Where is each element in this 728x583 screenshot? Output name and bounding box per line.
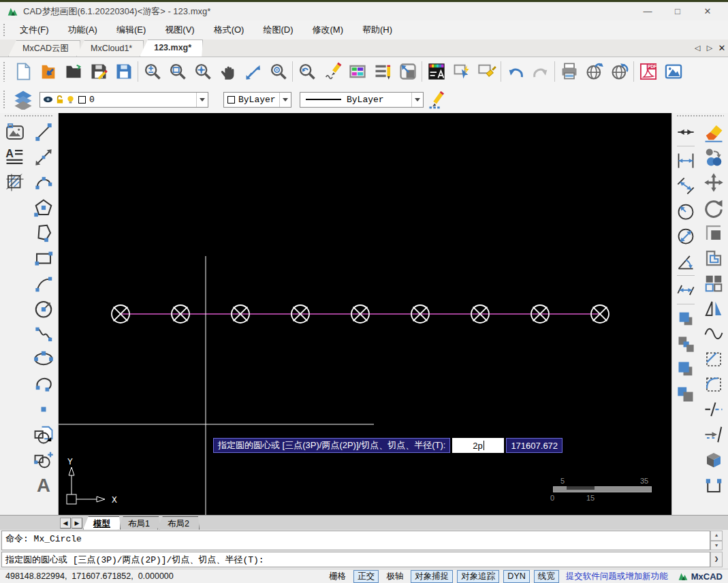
- zoom-center-icon[interactable]: [266, 59, 291, 84]
- command-scrollbar[interactable]: ▲ ▼: [710, 531, 723, 550]
- print-icon[interactable]: [556, 59, 582, 84]
- draw-order-front-icon[interactable]: [674, 306, 698, 331]
- edit-pencil-icon[interactable]: [319, 59, 345, 84]
- text-icon[interactable]: A: [31, 472, 56, 497]
- draw-order-below-icon[interactable]: [674, 381, 698, 407]
- dim-angular-icon[interactable]: [674, 249, 698, 274]
- mirror-icon[interactable]: [701, 296, 726, 321]
- insert-image-icon[interactable]: [661, 59, 686, 84]
- color-select[interactable]: ByLayer: [223, 92, 291, 108]
- chamfer-icon[interactable]: [701, 346, 726, 371]
- zoom-extents-icon[interactable]: [190, 59, 215, 84]
- open-file-icon[interactable]: [61, 59, 86, 84]
- erase-icon[interactable]: [701, 119, 726, 144]
- rectangle-icon[interactable]: [31, 245, 56, 270]
- redo-icon[interactable]: [528, 59, 553, 84]
- menu-draw[interactable]: 绘图(D): [253, 24, 302, 36]
- tab-mxcloud1[interactable]: MxCloud1*: [76, 40, 144, 57]
- break-at-point-icon[interactable]: [674, 119, 698, 144]
- scroll-down-icon[interactable]: ▼: [710, 541, 723, 551]
- layout-scroll-left-icon[interactable]: ◀: [60, 518, 71, 529]
- toggle-ortho[interactable]: 正交: [353, 570, 379, 583]
- tab-mxcad-cloud[interactable]: MxCAD云图: [8, 40, 80, 57]
- stretch-icon[interactable]: [701, 472, 726, 497]
- line-icon[interactable]: [31, 119, 56, 144]
- color-palette-icon[interactable]: [345, 59, 370, 84]
- minimize-button[interactable]: —: [633, 2, 663, 20]
- rotate-icon[interactable]: [701, 195, 726, 220]
- tab-layout2[interactable]: 布局2: [157, 516, 200, 530]
- move-icon[interactable]: [701, 170, 726, 195]
- menu-view[interactable]: 视图(V): [155, 24, 204, 36]
- feedback-link[interactable]: 提交软件问题或增加新功能: [566, 571, 668, 582]
- toggle-dyn[interactable]: DYN: [503, 570, 529, 583]
- image-icon[interactable]: [3, 119, 27, 144]
- tab-layout1[interactable]: 布局1: [118, 516, 160, 530]
- dropdown-arrow-icon[interactable]: [411, 93, 423, 107]
- close-button[interactable]: ✕: [693, 2, 723, 20]
- pan-hand-icon[interactable]: [215, 59, 240, 84]
- block-icon[interactable]: [31, 422, 56, 447]
- dynamic-input-field[interactable]: 2p: [452, 438, 504, 453]
- dropdown-arrow-icon[interactable]: [279, 93, 291, 107]
- explode-icon[interactable]: [701, 447, 726, 472]
- offset-icon[interactable]: [701, 245, 726, 270]
- text-style-icon[interactable]: [424, 59, 449, 84]
- match-properties-icon[interactable]: [474, 59, 499, 84]
- view-axes-icon[interactable]: [240, 59, 266, 84]
- web-publish-icon[interactable]: [582, 59, 607, 84]
- zoom-previous-icon[interactable]: [294, 59, 319, 84]
- fillet-icon[interactable]: [701, 371, 726, 396]
- undo-icon[interactable]: [503, 59, 528, 84]
- break-icon[interactable]: [701, 396, 726, 422]
- ellipse-icon[interactable]: [31, 346, 56, 371]
- dim-diameter-icon[interactable]: [674, 223, 698, 249]
- save-as-icon[interactable]: [111, 59, 136, 84]
- dropdown-arrow-icon[interactable]: [196, 93, 208, 107]
- array-icon[interactable]: [701, 270, 726, 296]
- tab-close-icon[interactable]: ✕: [716, 43, 728, 53]
- menu-format[interactable]: 格式(O): [204, 24, 254, 36]
- polygon-icon[interactable]: [31, 195, 56, 220]
- new-file-icon[interactable]: [10, 59, 35, 84]
- dim-linear-icon[interactable]: [674, 148, 698, 173]
- menu-modify[interactable]: 修改(M): [302, 24, 353, 36]
- command-expand-icon[interactable]: ❯: [710, 552, 723, 567]
- arc-3pt-icon[interactable]: [31, 270, 56, 296]
- command-history[interactable]: 命令: Mx_Circle: [1, 531, 710, 550]
- xline-icon[interactable]: [31, 144, 56, 170]
- draw-settings-pencil-icon[interactable]: [424, 86, 449, 112]
- open-cloud-icon[interactable]: [35, 59, 61, 84]
- insert-block-icon[interactable]: [31, 447, 56, 472]
- polygon2-icon[interactable]: [31, 220, 56, 245]
- command-input[interactable]: 指定圆的圆心或 [三点(3P)/两点(2P)]/切点、切点、半径(T):: [1, 552, 710, 567]
- dim-radius-icon[interactable]: [674, 198, 698, 223]
- menu-edit[interactable]: 编辑(E): [107, 24, 155, 36]
- layers-icon[interactable]: [10, 86, 35, 112]
- copy-icon[interactable]: [701, 144, 726, 170]
- menu-help[interactable]: 帮助(H): [353, 24, 402, 36]
- zoom-window-icon[interactable]: [165, 59, 190, 84]
- arc-icon[interactable]: [31, 170, 56, 195]
- scroll-up-icon[interactable]: ▲: [710, 531, 723, 541]
- spline-icon[interactable]: [31, 321, 56, 346]
- extend-icon[interactable]: [701, 422, 726, 447]
- point-icon[interactable]: [31, 396, 56, 422]
- scale-icon[interactable]: [701, 220, 726, 245]
- quick-select-icon[interactable]: [449, 59, 474, 84]
- draw-order-above-icon[interactable]: [674, 356, 698, 381]
- linetype-manager-icon[interactable]: [370, 59, 395, 84]
- menu-file[interactable]: 文件(F): [10, 24, 59, 36]
- toggle-lineweight[interactable]: 线宽: [534, 570, 559, 583]
- web-open-icon[interactable]: [607, 59, 632, 84]
- circle-icon[interactable]: [31, 296, 56, 321]
- tab-model[interactable]: 模型: [83, 516, 121, 530]
- lengthen-icon[interactable]: [674, 277, 698, 302]
- layer-select[interactable]: 0: [39, 92, 208, 108]
- draw-order-back-icon[interactable]: [674, 331, 698, 356]
- tab-scroll-right-icon[interactable]: ▷: [703, 44, 716, 52]
- dim-aligned-icon[interactable]: [674, 173, 698, 198]
- toggle-polar[interactable]: 极轴: [383, 571, 407, 582]
- viewport-scale-icon[interactable]: [395, 59, 420, 84]
- mtext-icon[interactable]: A: [3, 144, 27, 170]
